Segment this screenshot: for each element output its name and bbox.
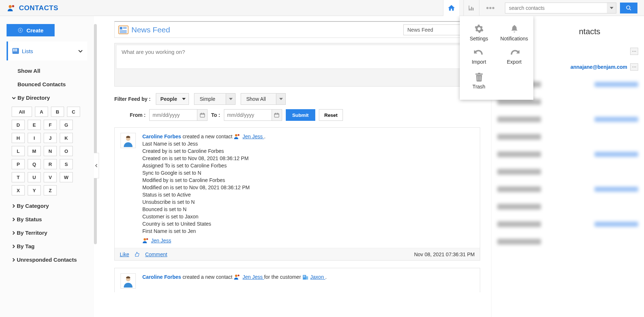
svg-rect-11 [13, 50, 14, 51]
from-date-input[interactable] [149, 109, 208, 121]
plus-circle-icon [18, 28, 23, 33]
dropdown-import[interactable]: Import [461, 47, 497, 70]
to-date-input[interactable] [224, 109, 282, 121]
letter-all[interactable]: All [12, 107, 32, 117]
contact-email[interactable]: annajane@benjam.com [570, 64, 627, 70]
letter-l[interactable]: L [12, 146, 25, 156]
svg-point-1 [12, 5, 14, 7]
feed-author[interactable]: Caroline Forbes [142, 274, 181, 280]
chevron-right-icon [12, 217, 15, 222]
svg-rect-30 [304, 277, 304, 277]
letter-o[interactable]: O [60, 146, 73, 156]
sidebar-item-bounced[interactable]: Bounced Contacts [7, 78, 87, 91]
filter-showall-dropdown[interactable]: Show All [241, 93, 286, 105]
letter-h[interactable]: H [12, 133, 25, 143]
letter-y[interactable]: Y [28, 185, 41, 195]
sidebar-scrollbar[interactable] [94, 24, 97, 244]
more-dropdown-panel: Settings Notifications Import Export Tra… [460, 16, 533, 100]
analytics-tab[interactable] [463, 0, 479, 16]
letter-a[interactable]: A [35, 107, 48, 117]
row-menu[interactable]: ⋯ [630, 48, 638, 55]
home-tab[interactable] [443, 0, 459, 16]
calendar-icon [200, 112, 205, 118]
more-menu[interactable] [484, 7, 497, 9]
composer-input[interactable]: What are you working on? [116, 45, 478, 69]
feed-detail-line: Modified on is set to Nov 08, 2021 08:36… [142, 184, 474, 191]
row-menu[interactable]: ⋯ [630, 63, 638, 71]
create-button[interactable]: Create [7, 24, 55, 36]
letter-e[interactable]: E [28, 120, 41, 130]
letter-s[interactable]: S [60, 159, 73, 169]
svg-point-25 [238, 274, 240, 276]
feed-contact-link[interactable]: Jen Jess [242, 134, 264, 139]
letter-z[interactable]: Z [44, 185, 57, 195]
filter-people-dropdown[interactable]: People [156, 93, 189, 105]
search-input[interactable] [505, 3, 607, 13]
sidebar-item-unresponded[interactable]: Unresponded Contacts [7, 253, 87, 266]
letter-c[interactable]: C [67, 107, 80, 117]
sidebar-item-by-territory[interactable]: By Territory [7, 226, 87, 239]
letter-v[interactable]: V [44, 172, 57, 182]
bar-chart-icon [467, 4, 475, 12]
letter-u[interactable]: U [28, 172, 41, 182]
user-avatar-icon [122, 274, 135, 288]
feed-detail-line: Last Name is set to Jess [142, 140, 474, 147]
chevron-right-icon [12, 244, 15, 249]
search-wrap [505, 3, 637, 13]
feed-title: News Feed [131, 25, 170, 34]
sidebar-item-by-directory[interactable]: By Directory [7, 91, 87, 104]
dropdown-export[interactable]: Export [497, 47, 532, 70]
search-button[interactable] [620, 3, 637, 13]
letter-d[interactable]: D [12, 120, 25, 130]
letter-n[interactable]: N [44, 146, 57, 156]
letter-m[interactable]: M [28, 146, 41, 156]
dropdown-settings[interactable]: Settings [461, 21, 497, 47]
feed-item: Caroline Forbes created a new contact Je… [114, 268, 480, 292]
feed-customer-link[interactable]: Jaxon [310, 274, 325, 280]
reset-button[interactable]: Reset [319, 109, 343, 121]
feed-contact-link[interactable]: Jen Jess [242, 274, 264, 280]
calendar-icon [274, 112, 279, 118]
feed-detail-line: Unsubscribe is set to N [142, 198, 474, 206]
feed-detail-line: Assigned To is set to Caroline Forbes [142, 162, 474, 169]
letter-f[interactable]: F [44, 120, 57, 130]
feed-detail-line: Sync to Google is set to N [142, 169, 474, 177]
comment-link[interactable]: Comment [145, 251, 167, 257]
svg-rect-31 [305, 277, 305, 277]
letter-j[interactable]: J [44, 133, 57, 143]
letter-g[interactable]: G [60, 120, 73, 130]
letter-r[interactable]: R [44, 159, 57, 169]
feed-mention-link[interactable]: Jen Jess [151, 238, 171, 243]
like-link[interactable]: Like [120, 251, 129, 257]
feed-author[interactable]: Caroline Forbes [142, 134, 181, 139]
sidebar-item-by-category[interactable]: By Category [7, 199, 87, 213]
sidebar-lists-header[interactable]: Lists [7, 41, 87, 60]
letter-k[interactable]: K [60, 133, 73, 143]
letter-x[interactable]: X [12, 185, 25, 195]
letter-i[interactable]: I [28, 133, 41, 143]
avatar [120, 273, 136, 289]
chevron-right-icon [12, 258, 15, 262]
submit-button[interactable]: Submit [286, 109, 315, 121]
sidebar-item-by-tag[interactable]: By Tag [7, 239, 87, 253]
contacts-mini-icon [234, 274, 241, 280]
create-label: Create [27, 27, 44, 33]
dropdown-trash[interactable]: Trash [461, 70, 497, 95]
dropdown-notifications[interactable]: Notifications [497, 21, 532, 47]
lists-label: Lists [22, 48, 33, 54]
letter-w[interactable]: W [60, 172, 73, 182]
export-arrow-icon [509, 49, 519, 57]
sidebar-item-by-status[interactable]: By Status [7, 213, 87, 226]
letter-b[interactable]: B [51, 107, 64, 117]
search-filter-caret[interactable] [607, 3, 616, 13]
svg-point-2 [486, 7, 489, 9]
sidebar-item-show-all[interactable]: Show All [7, 64, 87, 78]
caret-down-icon [229, 98, 233, 100]
filter-simple-dropdown[interactable]: Simple [194, 93, 236, 105]
letter-t[interactable]: T [12, 172, 25, 182]
gear-icon [474, 24, 484, 33]
letter-p[interactable]: P [12, 159, 25, 169]
svg-rect-16 [200, 114, 204, 118]
search-icon [626, 5, 632, 11]
letter-q[interactable]: Q [28, 159, 41, 169]
